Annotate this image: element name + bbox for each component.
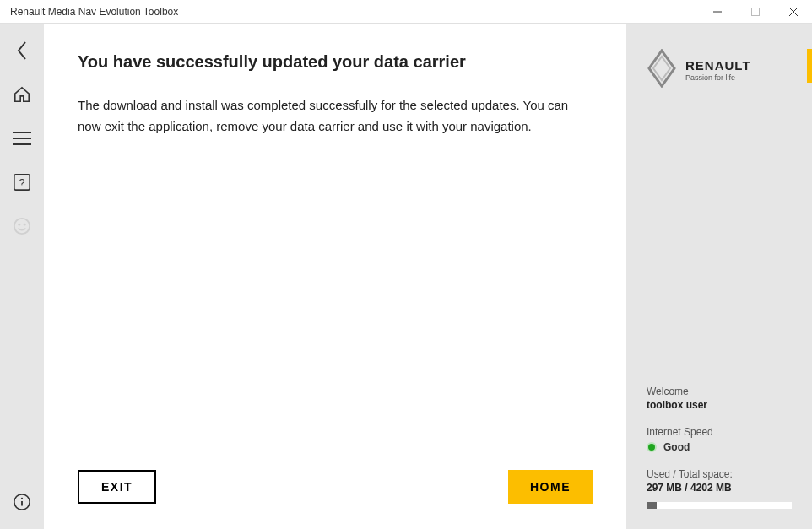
internet-value: Good [663,441,690,453]
welcome-block: Welcome toolbox user [647,386,792,411]
svg-point-9 [14,219,30,234]
maximize-button [736,0,774,24]
exit-button[interactable]: EXIT [78,470,156,504]
brand-accent [807,49,812,83]
renault-logo-icon [647,49,677,91]
window-title: Renault Media Nav Evolution Toolbox [10,6,178,18]
help-icon[interactable]: ? [10,170,34,194]
window-controls [698,0,812,23]
home-button[interactable]: HOME [508,470,593,504]
button-row: EXIT HOME [78,470,593,504]
brand: RENAULT Passion for life [647,49,792,91]
storage-value: 297 MB / 4202 MB [647,482,792,494]
brand-tagline: Passion for life [685,74,751,82]
internet-block: Internet Speed Good [647,426,792,453]
main-content: You have successfully updated your data … [44,24,626,529]
minimize-button[interactable] [698,0,736,24]
welcome-label: Welcome [647,386,792,397]
storage-label: Used / Total space: [647,468,792,480]
info-icon[interactable] [10,490,34,514]
menu-icon[interactable] [10,127,34,150]
storage-bar [647,502,792,509]
page-body-text: The download and install was completed s… [78,95,593,138]
app-body: ? You have successfully updated your dat… [0,24,812,529]
right-panel: RENAULT Passion for life Welcome toolbox… [626,24,812,529]
svg-point-10 [18,224,20,226]
close-button[interactable] [774,0,812,24]
username: toolbox user [647,399,792,411]
home-icon[interactable] [10,83,34,106]
badge-icon [10,214,34,238]
brand-name: RENAULT [685,59,751,72]
svg-rect-1 [751,8,759,16]
svg-point-11 [24,224,26,226]
storage-fill [647,502,657,509]
status-dot-icon [647,442,657,452]
back-icon[interactable] [10,39,34,62]
page-title: You have successfully updated your data … [78,52,593,72]
svg-text:?: ? [19,176,24,189]
internet-label: Internet Speed [647,426,792,438]
storage-block: Used / Total space: 297 MB / 4202 MB [647,468,792,509]
titlebar: Renault Media Nav Evolution Toolbox [0,0,812,24]
svg-point-13 [21,498,23,499]
sidebar: ? [0,24,44,529]
